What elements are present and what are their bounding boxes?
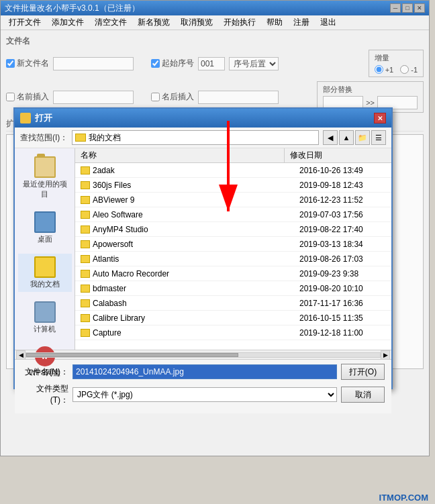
col-header-date[interactable]: 修改日期 [285, 148, 382, 162]
scroll-track[interactable] [26, 352, 381, 358]
file-row[interactable]: AnyMP4 Studio 2019-08-22 17:40 [75, 222, 391, 237]
menu-help[interactable]: 帮助 [261, 15, 288, 30]
dialog-title-bar: 打开 ✕ [15, 109, 391, 128]
folder-icon [81, 285, 90, 293]
menu-new-preview[interactable]: 新名预览 [132, 15, 175, 30]
sidebar-desktop-label: 桌面 [38, 234, 52, 244]
prefix-insert-input[interactable] [53, 91, 134, 104]
suffix-insert-checkbox[interactable] [151, 93, 160, 101]
file-row[interactable]: bdmaster 2019-08-20 10:10 [75, 281, 391, 296]
maximize-button[interactable]: □ [402, 3, 413, 13]
footer-filetype-label: 文件类型(T)： [21, 383, 68, 406]
start-number-checkbox[interactable] [151, 59, 160, 68]
file-row[interactable]: 2adak 2016-10-26 13:49 [75, 163, 391, 178]
partial-replace-label: 部分替换 [323, 85, 418, 95]
file-row[interactable]: Atlantis 2019-08-26 17:03 [75, 252, 391, 266]
file-name-text: 360js Files [93, 181, 131, 190]
file-name-text: Aleo Software [93, 210, 143, 219]
file-name-cell: Auto Macro Recorder [75, 268, 294, 280]
new-filename-checkbox-label[interactable]: 新文件名 [6, 58, 49, 69]
sidebar-item-mydoc[interactable]: 我的文档 [18, 254, 72, 292]
arrow-indicator: >> [366, 99, 375, 107]
menu-cancel-preview[interactable]: 取消预览 [175, 15, 218, 30]
folder-icon [81, 196, 90, 204]
file-row[interactable]: Apowersoft 2019-03-13 18:34 [75, 237, 391, 252]
file-date-cell: 2019-08-20 10:10 [294, 283, 391, 295]
minus1-radio-label[interactable]: -1 [400, 65, 418, 74]
view-toggle-button[interactable]: ☰ [371, 130, 386, 145]
folder-icon [81, 299, 90, 307]
file-date-cell: 2019-08-26 17:03 [294, 253, 391, 265]
file-row[interactable]: Calibre Library 2016-10-15 11:35 [75, 311, 391, 325]
file-name-text: Calibre Library [93, 313, 145, 323]
filename-label: 文件名 [6, 36, 424, 47]
scroll-thumb[interactable] [26, 353, 238, 357]
file-list-scroll[interactable]: 2adak 2016-10-26 13:49 360js Files 2019-… [75, 163, 391, 350]
file-row[interactable]: Capture 2019-12-18 11:00 [75, 325, 391, 340]
dialog-close-button[interactable]: ✕ [374, 113, 386, 123]
file-list-area: 名称 修改日期 2adak 2016-10-26 13:49 360js Fil… [75, 148, 391, 350]
increment-radio-group: +1 -1 [375, 65, 418, 74]
back-button[interactable]: ◀ [323, 130, 338, 145]
file-name-cell: 360js Files [75, 179, 294, 191]
file-name-cell: ABViewer 9 [75, 194, 294, 206]
mydoc-icon [34, 256, 56, 278]
file-row[interactable]: 360js Files 2019-09-18 12:43 [75, 178, 391, 193]
file-row[interactable]: Auto Macro Recorder 2019-09-23 9:38 [75, 266, 391, 281]
address-bar[interactable]: 我的文档 [72, 130, 319, 145]
new-filename-checkbox[interactable] [6, 59, 15, 68]
open-button[interactable]: 打开(O) [341, 364, 385, 380]
minus1-radio[interactable] [400, 65, 409, 74]
prefix-insert-label[interactable]: 名前插入 [6, 91, 49, 103]
footer-filename-label: 文件名(N)： [21, 366, 68, 378]
close-button[interactable]: ✕ [414, 3, 425, 13]
sidebar-recent-label: 最近使用的项目 [21, 179, 69, 199]
scroll-right-btn[interactable]: ▶ [381, 350, 390, 360]
file-date-cell: 2019-12-18 11:00 [294, 327, 391, 339]
folder-icon [81, 166, 90, 174]
menu-start-execute[interactable]: 开始执行 [218, 15, 261, 30]
start-number-checkbox-label[interactable]: 起始序号 [151, 58, 194, 69]
main-title-bar: 文件批量改名小帮手v3.0.1（已注册） ─ □ ✕ [1, 1, 429, 15]
scroll-left-btn[interactable]: ◀ [16, 350, 26, 360]
folder-icon [81, 211, 90, 219]
file-row[interactable]: ABViewer 9 2016-12-23 11:52 [75, 193, 391, 207]
file-row[interactable]: Aleo Software 2019-07-03 17:56 [75, 207, 391, 222]
suffix-insert-label[interactable]: 名后插入 [151, 91, 194, 103]
file-name-cell: Calibre Library [75, 312, 294, 324]
new-folder-button[interactable]: 📁 [355, 130, 370, 145]
footer-filetype-select[interactable]: JPG文件 (*.jpg) 所有文件 (*.*) [72, 387, 337, 402]
prefix-insert-checkbox[interactable] [6, 93, 15, 101]
sidebar-item-recent[interactable]: 最近使用的项目 [18, 154, 72, 202]
menu-exit[interactable]: 退出 [315, 15, 342, 30]
sidebar-mydoc-label: 我的文档 [30, 279, 60, 289]
new-filename-input[interactable] [53, 57, 134, 70]
sequence-position-select[interactable]: 序号后置 序号前置 [229, 57, 279, 70]
footer-row-filetype: 文件类型(T)： JPG文件 (*.jpg) 所有文件 (*.*) 取消 [21, 383, 385, 406]
file-date-cell: 2016-12-23 11:52 [294, 194, 391, 206]
file-row[interactable]: Calabash 2017-11-17 16:36 [75, 296, 391, 311]
footer-row-filename: 文件名(N)： 打开(O) [21, 364, 385, 380]
sidebar-item-desktop[interactable]: 桌面 [18, 209, 72, 247]
plus1-radio-label[interactable]: +1 [375, 65, 394, 74]
file-date-cell: 2019-09-18 12:43 [294, 179, 391, 191]
footer-filename-input[interactable] [72, 364, 337, 379]
file-date-cell: 2016-10-26 13:49 [294, 164, 391, 177]
menu-add-file[interactable]: 添加文件 [46, 15, 89, 30]
file-name-cell: AnyMP4 Studio [75, 223, 294, 236]
menu-register[interactable]: 注册 [288, 15, 315, 30]
col-header-name[interactable]: 名称 [75, 148, 285, 162]
dialog-body: 最近使用的项目 桌面 我的文档 计算机 W WPS网盘 名称 [15, 148, 391, 350]
sidebar-item-mypc[interactable]: 计算机 [18, 299, 72, 337]
file-name-text: ABViewer 9 [93, 195, 134, 205]
menu-open-file[interactable]: 打开文件 [3, 15, 46, 30]
cancel-button[interactable]: 取消 [341, 387, 385, 403]
minimize-button[interactable]: ─ [390, 3, 401, 13]
menu-clear-file[interactable]: 清空文件 [89, 15, 132, 30]
plus1-radio[interactable] [375, 65, 383, 74]
suffix-insert-input[interactable] [198, 91, 279, 104]
address-folder-icon [75, 134, 86, 142]
up-button[interactable]: ▲ [339, 130, 354, 145]
recent-icon [34, 156, 56, 178]
start-number-input[interactable] [198, 57, 225, 70]
